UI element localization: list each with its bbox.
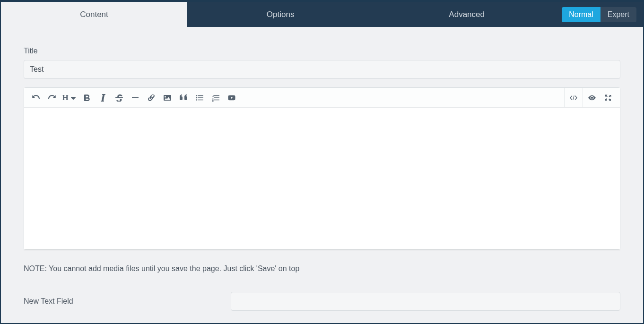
bold-icon[interactable] — [79, 90, 95, 106]
svg-rect-8 — [214, 97, 219, 98]
svg-rect-9 — [214, 99, 219, 100]
content-panel: Title H — [1, 27, 643, 323]
image-icon[interactable] — [159, 90, 175, 106]
svg-rect-5 — [198, 97, 203, 98]
ol-icon[interactable] — [208, 90, 224, 106]
undo-icon[interactable] — [28, 90, 44, 106]
topbar: Content Options Advanced Normal Expert — [1, 2, 643, 27]
heading-label: H — [62, 93, 68, 102]
svg-point-3 — [196, 99, 197, 101]
toolbar-left: H — [28, 90, 240, 106]
new-text-field-row: New Text Field — [24, 292, 620, 311]
svg-rect-6 — [198, 99, 203, 100]
title-input[interactable] — [24, 60, 620, 79]
tab-content[interactable]: Content — [1, 2, 187, 27]
editor-toolbar: H — [24, 88, 620, 108]
svg-rect-4 — [198, 95, 203, 96]
media-note: NOTE: You cannot add media files until y… — [24, 264, 620, 273]
mode-toggle: Normal Expert — [560, 2, 643, 27]
quote-icon[interactable] — [175, 90, 191, 106]
editor-shadow — [24, 249, 620, 251]
new-text-field-input[interactable] — [231, 292, 620, 311]
tab-advanced[interactable]: Advanced — [374, 2, 560, 27]
app-frame: Content Options Advanced Normal Expert T… — [0, 0, 644, 324]
toolbar-separator — [564, 88, 565, 108]
svg-point-1 — [196, 95, 197, 96]
mode-expert-button[interactable]: Expert — [600, 7, 636, 22]
youtube-icon[interactable] — [224, 90, 240, 106]
preview-icon[interactable] — [584, 90, 600, 106]
svg-rect-10 — [573, 95, 574, 100]
editor-body[interactable] — [24, 108, 620, 249]
link-icon[interactable] — [143, 90, 159, 106]
hr-icon[interactable] — [127, 90, 143, 106]
mode-normal-button[interactable]: Normal — [562, 7, 600, 22]
fullscreen-icon[interactable] — [600, 90, 616, 106]
redo-icon[interactable] — [44, 90, 60, 106]
title-label: Title — [24, 47, 620, 55]
svg-rect-0 — [132, 97, 139, 98]
ul-icon[interactable] — [191, 90, 208, 106]
chevron-down-icon — [70, 94, 77, 102]
svg-point-2 — [196, 97, 197, 98]
code-icon[interactable] — [566, 90, 582, 106]
editor: H — [24, 87, 620, 250]
svg-rect-7 — [214, 95, 219, 96]
toolbar-separator — [583, 88, 583, 108]
tabs: Content Options Advanced — [1, 2, 560, 27]
italic-icon[interactable] — [95, 90, 111, 106]
tab-options[interactable]: Options — [187, 2, 374, 27]
strike-icon[interactable] — [111, 90, 127, 106]
heading-dropdown[interactable]: H — [60, 90, 79, 106]
toolbar-right — [563, 88, 616, 108]
new-text-field-label: New Text Field — [24, 297, 231, 306]
